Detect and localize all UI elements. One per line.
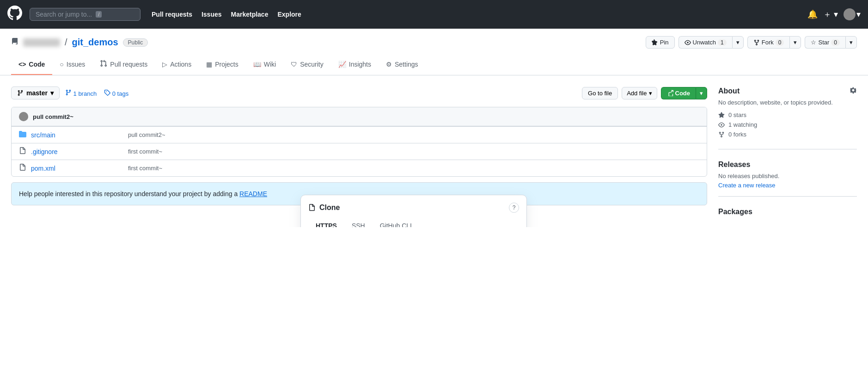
branch-name: master: [26, 89, 48, 97]
top-nav-right: 🔔 ＋ ▾ ▾: [807, 8, 861, 20]
unwatch-count: 1: [718, 39, 727, 46]
about-forks: 0 forks: [718, 131, 857, 138]
file-icon-gitignore: [19, 147, 26, 156]
clone-dropdown: Clone ? HTTPS SSH GitHub CLI Use Git or …: [300, 195, 527, 227]
tab-insights[interactable]: 📈 Insights: [331, 54, 379, 75]
code-main-btn[interactable]: Code: [661, 87, 696, 99]
packages-section: Packages: [718, 208, 857, 216]
file-name-gitignore[interactable]: .gitignore: [31, 148, 123, 155]
about-stars: 0 stars: [718, 111, 857, 118]
search-placeholder: Search or jump to...: [36, 11, 92, 18]
about-stars-count: 0 stars: [728, 111, 746, 118]
branch-meta: 1 branch 0 tags: [65, 89, 128, 97]
search-kbd: /: [96, 11, 102, 18]
code-label: Code: [675, 90, 691, 97]
clone-tab-cli[interactable]: GitHub CLI: [373, 218, 419, 227]
repo-sep: /: [65, 37, 67, 48]
file-name-pom[interactable]: pom.xml: [31, 165, 123, 172]
notification-btn[interactable]: 🔔: [807, 9, 818, 19]
fork-btn-split: Fork 0 ▾: [747, 36, 801, 49]
tab-projects[interactable]: ▦ Projects: [199, 54, 246, 75]
unwatch-caret-btn[interactable]: ▾: [732, 36, 744, 49]
repo-name[interactable]: git_demos: [72, 37, 118, 48]
avatar: [19, 112, 28, 121]
tab-wiki-icon: 📖: [253, 61, 261, 68]
pin-label: Pin: [660, 39, 669, 46]
tab-actions-icon: ▷: [162, 61, 167, 68]
code-caret-btn[interactable]: ▾: [696, 87, 707, 99]
user-menu-btn[interactable]: ▾: [844, 8, 861, 20]
file-commit-pom: first commit~: [128, 165, 699, 172]
file-name-src[interactable]: src/main: [31, 131, 123, 139]
about-forks-count: 0 forks: [728, 131, 746, 138]
branches-link[interactable]: 1 branch: [65, 89, 97, 97]
add-file-btn-split: Add file ▾: [622, 87, 657, 99]
star-label: Star: [818, 39, 829, 46]
tab-security-label: Security: [300, 61, 324, 68]
tab-issues-icon: ○: [60, 61, 63, 68]
github-logo[interactable]: [7, 6, 22, 23]
nav-pull-requests[interactable]: Pull requests: [152, 11, 192, 18]
tab-issues[interactable]: ○ Issues: [52, 54, 92, 75]
about-watching: 1 watching: [718, 121, 857, 128]
packages-title: Packages: [718, 208, 857, 216]
nav-marketplace[interactable]: Marketplace: [231, 11, 269, 18]
star-caret-btn[interactable]: ▾: [845, 36, 857, 49]
tab-projects-label: Projects: [215, 61, 238, 68]
pin-button[interactable]: Pin: [646, 36, 675, 49]
about-title: About: [718, 87, 740, 95]
clone-tab-ssh[interactable]: SSH: [344, 218, 373, 227]
tab-security-icon: 🛡: [291, 61, 297, 68]
tab-security[interactable]: 🛡 Security: [283, 54, 331, 75]
go-to-file-btn[interactable]: Go to file: [582, 87, 618, 99]
tags-link[interactable]: 0 tags: [104, 89, 128, 97]
star-main-btn[interactable]: ☆ Star 0: [805, 36, 845, 49]
file-commit-src: pull commit2~: [128, 131, 699, 138]
tab-actions-label: Actions: [170, 61, 191, 68]
clone-tab-https[interactable]: HTTPS: [308, 218, 344, 227]
repo-badge: Public: [123, 38, 148, 47]
star-count: 0: [831, 39, 840, 46]
about-settings-btn[interactable]: [850, 86, 857, 95]
tab-settings[interactable]: ⚙ Settings: [379, 54, 426, 75]
add-file-caret: ▾: [649, 90, 652, 97]
top-nav-links: Pull requests Issues Marketplace Explore: [152, 11, 301, 18]
about-stats: 0 stars 1 watching 0 forks: [718, 111, 857, 138]
tags-count: 0 tags: [112, 90, 128, 97]
tab-insights-icon: 📈: [338, 61, 346, 68]
last-commit-msg: pull commit2~: [33, 113, 73, 120]
file-row-pom: pom.xml first commit~: [12, 160, 707, 176]
repo-type-icon: [11, 38, 18, 47]
tab-wiki[interactable]: 📖 Wiki: [246, 54, 283, 75]
tab-wiki-label: Wiki: [264, 61, 276, 68]
unwatch-main-btn[interactable]: Unwatch 1: [679, 36, 732, 49]
add-readme-text: Help people interested in this repositor…: [19, 190, 238, 198]
add-readme-link[interactable]: README: [239, 190, 267, 198]
unwatch-btn-split: Unwatch 1 ▾: [679, 36, 744, 49]
fork-caret-btn[interactable]: ▾: [789, 36, 801, 49]
about-desc: No description, website, or topics provi…: [718, 99, 857, 106]
about-section: About No description, website, or topics…: [718, 86, 857, 138]
create-release-link[interactable]: Create a new release: [718, 182, 776, 189]
tab-projects-icon: ▦: [206, 61, 212, 68]
branch-selector-btn[interactable]: master ▾: [11, 86, 60, 99]
tab-settings-icon: ⚙: [386, 61, 392, 68]
nav-explore[interactable]: Explore: [277, 11, 301, 18]
tab-pull-requests[interactable]: Pull requests: [92, 54, 155, 75]
releases-divider: [718, 196, 857, 197]
top-nav: Search or jump to... / Pull requests Iss…: [0, 0, 868, 29]
clone-title: Clone: [308, 204, 340, 212]
branches-count: 1 branch: [73, 90, 97, 97]
search-box[interactable]: Search or jump to... /: [30, 8, 141, 21]
tab-actions[interactable]: ▷ Actions: [155, 54, 199, 75]
new-btn[interactable]: ＋ ▾: [823, 9, 838, 20]
branch-caret: ▾: [50, 89, 54, 97]
nav-issues[interactable]: Issues: [202, 11, 222, 18]
clone-help-btn[interactable]: ?: [509, 203, 519, 213]
tab-code-icon: <>: [18, 61, 26, 68]
add-file-main-btn[interactable]: Add file ▾: [622, 87, 657, 99]
fork-main-btn[interactable]: Fork 0: [747, 36, 790, 49]
tab-code[interactable]: <> Code: [11, 54, 52, 75]
tab-pr-label: Pull requests: [110, 61, 147, 68]
releases-section: Releases No releases published. Create a…: [718, 161, 857, 189]
